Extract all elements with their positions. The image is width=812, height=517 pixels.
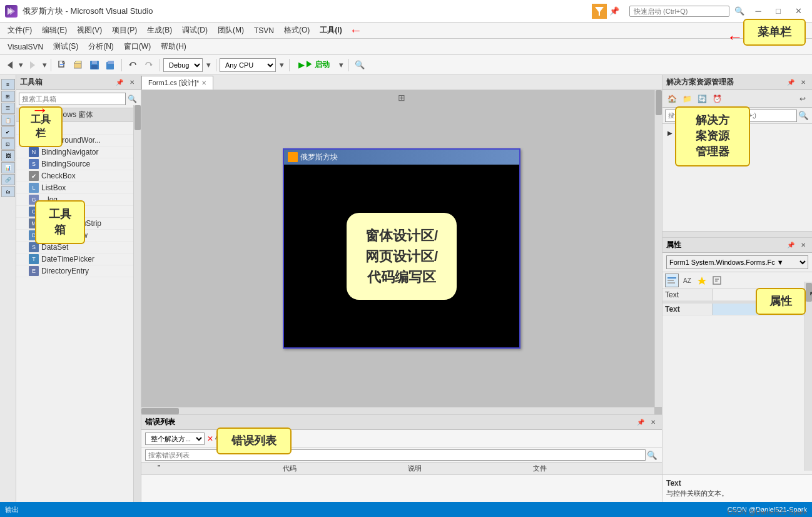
tb-icon-9[interactable]: 🔗 bbox=[1, 174, 15, 185]
props-close-btn[interactable]: ✕ bbox=[798, 240, 808, 250]
error-scope-select[interactable]: 整个解决方... bbox=[145, 433, 205, 445]
toolbox-item-bindingnav[interactable]: N BindingNavigator bbox=[16, 146, 141, 158]
tb-icon-3[interactable]: ☰ bbox=[1, 103, 15, 114]
props-toolbar: AZ bbox=[662, 272, 812, 289]
menu-tsvn[interactable]: TSVN bbox=[249, 25, 279, 36]
design-vscrollbar[interactable] bbox=[654, 90, 662, 407]
main-layout: 工具栏 ← ≡ ⊞ ☰ 📋 ✔ ⊡ 🖼 📊 🔗 🗂 工具箱 工具箱 📌 ✕ bbox=[0, 75, 812, 502]
sol-btn-3[interactable]: 🔄 bbox=[695, 92, 709, 106]
toolbox-title: 工具箱 bbox=[20, 77, 43, 88]
tab-close-btn[interactable]: ✕ bbox=[201, 79, 206, 86]
props-sort-by-category[interactable] bbox=[665, 274, 679, 287]
tb-icon-1[interactable]: ≡ bbox=[1, 79, 15, 90]
checkbox-label: CheckBox bbox=[41, 171, 76, 180]
menu-visualsvn[interactable]: VisualSVN bbox=[3, 41, 48, 53]
close-button[interactable]: ✕ bbox=[789, 4, 807, 19]
error-table-header: " 代码 说明 文件 bbox=[141, 463, 662, 475]
props-pin-btn[interactable]: 📌 bbox=[786, 240, 796, 250]
center-area: Form1.cs [设计]* ✕ 俄罗斯方块 bbox=[141, 75, 662, 502]
menu-window[interactable]: 窗口(W) bbox=[119, 40, 156, 53]
menu-file[interactable]: 文件(F) bbox=[3, 24, 37, 37]
undo-dropdown[interactable]: ▾ bbox=[18, 58, 24, 73]
sol-btn-4[interactable]: ⏰ bbox=[710, 92, 724, 106]
toolbox-item-bindingsrc[interactable]: S BindingSource bbox=[16, 158, 141, 170]
props-show-pages[interactable] bbox=[710, 274, 724, 287]
tb-icon-7[interactable]: 🖼 bbox=[1, 150, 15, 161]
tab-label: Form1.cs [设计]* bbox=[148, 78, 199, 88]
search-toolbar-btn[interactable]: 🔍 bbox=[352, 58, 367, 73]
debug-config-select[interactable]: Debug bbox=[163, 58, 203, 72]
tb-icon-5[interactable]: ✔ bbox=[1, 126, 15, 138]
toolbox-pin-btn[interactable]: 📌 bbox=[114, 78, 124, 88]
sol-btn-5[interactable]: ↩ bbox=[796, 92, 809, 106]
solution-close-btn[interactable]: ✕ bbox=[798, 78, 808, 88]
left-toolbar-icons: ≡ ⊞ ☰ 📋 ✔ ⊡ 🖼 📊 🔗 🗂 bbox=[1, 79, 15, 197]
errorlist-annotation: 错误列表 bbox=[216, 427, 292, 454]
properties-table: Text Text bbox=[662, 289, 812, 474]
toolbox-close-btn[interactable]: ✕ bbox=[127, 78, 137, 88]
design-area: 俄罗斯方块 窗体设计区/网页设计区/代码编写区 ⊞ bbox=[141, 90, 662, 414]
tb-icon-8[interactable]: 📊 bbox=[1, 162, 15, 173]
open-file-button[interactable] bbox=[71, 58, 86, 73]
solution-search-btn[interactable]: 🔍 bbox=[797, 110, 809, 122]
form1-design-tab[interactable]: Form1.cs [设计]* ✕ bbox=[141, 76, 213, 90]
menu-help[interactable]: 帮助(H) bbox=[156, 40, 191, 53]
props-key-text2: Text bbox=[662, 304, 713, 315]
sol-btn-1[interactable]: 🏠 bbox=[665, 92, 679, 106]
menu-bar-row1: 文件(F) 编辑(E) 视图(V) 项目(P) 生成(B) 调试(D) 团队(M… bbox=[0, 23, 812, 39]
save-button[interactable] bbox=[87, 58, 102, 73]
solution-annotation: 解决方案资源管理器 bbox=[675, 106, 750, 166]
start-button[interactable]: ▶ ▶ 启动 bbox=[293, 58, 335, 73]
menu-format[interactable]: 格式(O) bbox=[279, 24, 315, 37]
toolbox-item-listbox[interactable]: L ListBox bbox=[16, 182, 141, 194]
menu-edit[interactable]: 编辑(E) bbox=[37, 24, 72, 37]
menu-view[interactable]: 视图(V) bbox=[72, 24, 107, 37]
new-file-button[interactable] bbox=[54, 58, 69, 73]
toolbox-item-directoryentry[interactable]: E DirectoryEntry bbox=[16, 265, 141, 277]
solution-pin-btn[interactable]: 📌 bbox=[786, 78, 796, 88]
design-hscrollbar[interactable] bbox=[141, 407, 654, 414]
menu-team[interactable]: 团队(M) bbox=[213, 24, 249, 37]
cpu-config-select[interactable]: Any CPU bbox=[220, 58, 276, 72]
search-icon: 🔍 bbox=[734, 6, 744, 16]
menu-debug[interactable]: 调试(D) bbox=[177, 24, 213, 37]
debug-config-dropdown[interactable]: ▾ bbox=[204, 58, 213, 73]
form-body: 窗体设计区/网页设计区/代码编写区 bbox=[284, 165, 519, 347]
quick-launch-input[interactable] bbox=[629, 6, 729, 17]
expand-icon[interactable]: ⊞ bbox=[398, 93, 405, 103]
menu-tools[interactable]: 工具(I) bbox=[315, 24, 347, 37]
forward-dropdown[interactable]: ▾ bbox=[41, 58, 48, 73]
sol-btn-2[interactable]: 📁 bbox=[680, 92, 694, 106]
menu-build[interactable]: 生成(B) bbox=[142, 24, 177, 37]
forward-button[interactable] bbox=[25, 58, 40, 73]
menu-analyze[interactable]: 分析(N) bbox=[83, 40, 119, 53]
error-close-btn[interactable]: ✕ bbox=[648, 417, 658, 427]
minimize-button[interactable]: ─ bbox=[749, 4, 767, 19]
toolbox-item-datetimepicker[interactable]: T DateTimePicker bbox=[16, 253, 141, 265]
redo-button[interactable] bbox=[141, 58, 156, 73]
tb-icon-4[interactable]: 📋 bbox=[1, 115, 15, 126]
props-show-events[interactable] bbox=[695, 274, 709, 287]
cpu-config-dropdown[interactable]: ▾ bbox=[277, 58, 286, 73]
left-sidebar: 工具栏 ← ≡ ⊞ ☰ 📋 ✔ ⊡ 🖼 📊 🔗 🗂 bbox=[0, 75, 16, 502]
save-all-button[interactable] bbox=[103, 58, 118, 73]
back-button[interactable] bbox=[3, 58, 18, 73]
solution-hscrollbar[interactable] bbox=[662, 231, 812, 237]
menu-project[interactable]: 项目(P) bbox=[107, 24, 142, 37]
start-dropdown[interactable]: ▾ bbox=[337, 58, 345, 73]
toolbox-item-checkbox[interactable]: ✔ CheckBox bbox=[16, 170, 141, 182]
maximize-button[interactable]: □ bbox=[769, 4, 787, 19]
tb-icon-6[interactable]: ⊡ bbox=[1, 138, 15, 150]
toolbox-scrollbar[interactable] bbox=[133, 105, 141, 502]
tb-icon-2[interactable]: ⊞ bbox=[1, 91, 15, 102]
toolbox-search-btn[interactable]: 🔍 bbox=[126, 93, 138, 105]
menu-test[interactable]: 测试(S) bbox=[48, 40, 83, 53]
properties-object-select[interactable]: Form1 System.Windows.Forms.Fc ▼ bbox=[666, 255, 808, 269]
error-search-btn[interactable]: 🔍 bbox=[646, 449, 658, 461]
datetimepicker-label: DateTimePicker bbox=[41, 255, 94, 264]
tb-icon-10[interactable]: 🗂 bbox=[1, 186, 15, 197]
props-sort-alphabetical[interactable]: AZ bbox=[680, 274, 694, 287]
error-pin-btn[interactable]: 📌 bbox=[636, 417, 646, 427]
props-key-text: Text bbox=[662, 289, 713, 300]
undo-button[interactable] bbox=[125, 58, 140, 73]
